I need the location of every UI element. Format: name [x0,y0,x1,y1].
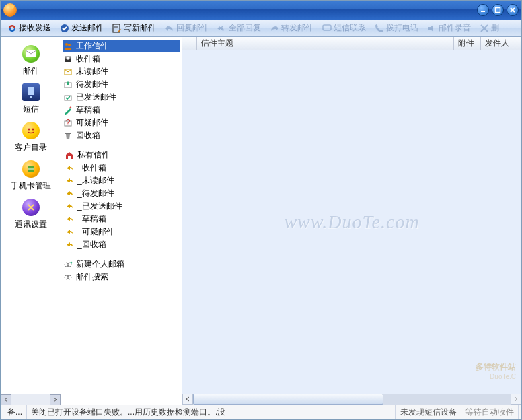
watermark: www.DuoTe.com [284,211,419,233]
status-right1: 未发现短信设备 [396,405,461,419]
tree-item[interactable]: 工作信件 [63,40,180,53]
tree-item-label: 待发邮件 [76,79,108,90]
sidebar-comm-label: 通讯设置 [15,219,47,230]
status-right2: 等待自动收件 [461,405,519,419]
tree-item[interactable]: _未读邮件 [63,174,180,187]
tree-item[interactable]: _待发邮件 [63,187,180,200]
receive-send-button[interactable]: 接收发送 [3,20,54,36]
sidebar-scrollbar[interactable] [1,394,61,405]
tree-item[interactable]: _草稿箱 [63,213,180,225]
hscroll-thumb[interactable] [193,394,383,405]
tree-item[interactable]: 待发邮件 [63,78,180,91]
list-col-attach[interactable]: 附件 [454,37,481,50]
delete-icon [479,23,490,34]
svg-point-14 [28,129,30,131]
tree-item[interactable]: _收件箱 [63,162,180,174]
dial-label: 拨打电话 [386,22,418,34]
main-body: 邮件 短信 客户目录 手机卡管理 通讯设置 工作信件收件箱未读邮件待发邮件已发送… [1,37,521,405]
maximize-button[interactable] [492,4,504,16]
people-icon [63,41,73,52]
sidebar-item-sim[interactable]: 手机卡管理 [11,158,51,196]
tree-item[interactable]: 新建个人邮箱 [63,258,180,271]
newbox-icon [63,259,73,270]
forward-label: 转发邮件 [281,22,313,34]
tree-item[interactable]: 邮件搜索 [63,271,180,283]
forward-icon [269,23,280,34]
reply-button: 回复邮件 [161,20,212,36]
search-icon [63,272,73,283]
sidebar-item-sms[interactable]: 短信 [22,81,40,119]
svg-point-20 [68,44,71,46]
scroll-right-button[interactable] [50,394,61,405]
list-header: 信件主题 附件 发件人 [182,37,521,50]
mail-audio-label: 邮件录音 [439,22,471,34]
compose-button[interactable]: 写新邮件 [108,20,159,36]
svg-point-15 [32,129,34,131]
dial-button: 拨打电话 [371,20,422,36]
reply-icon [164,23,175,34]
list-col-icon[interactable] [182,37,197,50]
folder-tree: 工作信件收件箱未读邮件待发邮件已发送邮件草稿箱?可疑邮件回收箱私有信件_收件箱_… [61,37,182,405]
minimize-button[interactable] [477,4,489,16]
delete-button: 删 [476,20,502,36]
brand-name: 多特软件站 [476,361,516,373]
hscroll-right-button[interactable] [511,394,521,405]
svg-rect-8 [323,25,331,30]
tree-item-label: _草稿箱 [77,213,106,225]
brand-watermark: 多特软件站 DuoTe.C [476,361,516,380]
tree-item-label: 可疑邮件 [76,117,108,129]
sidebar-item-comm[interactable]: 通讯设置 [15,196,47,234]
reply-all-label: 全部回复 [229,22,261,34]
app-window: 接收发送 发送邮件 写新邮件 回复邮件 全部回复 转发邮件 短信联系 拨打电话 … [0,0,522,420]
priv-icon [64,214,75,225]
list-col-sender[interactable]: 发件人 [481,37,521,50]
sms-record-button: 短信联系 [318,20,369,36]
draft-icon [63,105,73,116]
svg-point-19 [65,43,68,46]
tree-item[interactable]: 收件箱 [63,53,180,65]
sidebar-item-contacts[interactable]: 客户目录 [15,119,47,158]
priv-icon [64,201,75,212]
tree-item-label: 邮件搜索 [76,271,108,283]
priv-icon [64,227,75,238]
settings-icon [22,199,40,216]
tree-item[interactable]: _已发送邮件 [63,200,180,213]
status-left2: 关闭已打开设备端口失败。...用历史数据检测端口。.没 [27,405,396,419]
svg-rect-12 [28,87,34,95]
sidebar: 邮件 短信 客户目录 手机卡管理 通讯设置 [1,37,61,405]
hscroll-track[interactable] [193,394,511,405]
outbox-icon [63,79,73,90]
svg-rect-26 [65,133,71,134]
compose-label: 写新邮件 [124,22,156,34]
scroll-left-button[interactable] [1,394,11,405]
delete-label: 删 [491,22,499,34]
spam-icon: ? [63,118,73,129]
forward-button: 转发邮件 [266,20,317,36]
hscroll-left-button[interactable] [182,394,193,405]
svg-point-13 [30,96,32,98]
sidebar-sms-label: 短信 [23,104,39,115]
titlebar[interactable] [1,1,521,20]
sms-record-label: 短信联系 [334,22,366,34]
scroll-track[interactable] [11,394,50,405]
send-mail-label: 发送邮件 [71,22,104,34]
close-button[interactable] [507,4,519,16]
tree-item[interactable]: _回收箱 [63,238,180,251]
priv-icon [64,176,75,186]
tree-item[interactable]: ?可疑邮件 [63,116,180,129]
tree-item-label: 草稿箱 [76,104,100,116]
sidebar-item-mail[interactable]: 邮件 [22,42,40,81]
tree-item[interactable]: 草稿箱 [63,104,180,116]
send-mail-button[interactable]: 发送邮件 [56,20,107,36]
tree-item[interactable]: 已发送邮件 [63,91,180,104]
tree-item[interactable]: 回收箱 [63,129,180,142]
tree-item[interactable]: 私有信件 [63,149,180,162]
tree-item-label: 未读邮件 [76,66,108,77]
tree-item-label: 私有信件 [77,149,110,161]
list-hscrollbar[interactable] [182,394,521,405]
tree-item-label: 已发送邮件 [76,92,116,103]
tree-item[interactable]: 未读邮件 [63,65,180,78]
tree-item[interactable]: _可疑邮件 [63,225,180,238]
mail-audio-button: 邮件录音 [423,20,474,36]
list-col-subject[interactable]: 信件主题 [197,37,454,50]
